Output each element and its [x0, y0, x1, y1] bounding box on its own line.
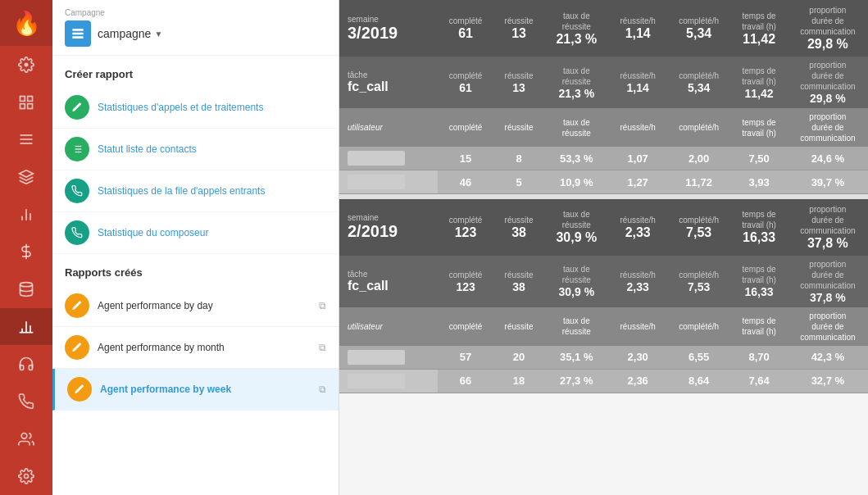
week1-proportion-val: 29,8 %: [796, 37, 860, 52]
report-week-copy-icon: ⧉: [319, 384, 326, 395]
week1-reussite-val: 13: [502, 26, 536, 41]
nav-chart[interactable]: [0, 196, 52, 234]
week2-proportion-header: proportiondurée decommunication 37,8 %: [788, 199, 868, 256]
logo[interactable]: 🔥: [0, 0, 52, 46]
report-table: semaine 3/2019 complété 61 réussite 13 t…: [339, 0, 868, 393]
week1-task-reussiteh: réussite/h 1,14: [609, 57, 667, 108]
week2-user2-name: [339, 369, 438, 393]
week1-reussiteh-header: réussite/h 1,14: [609, 0, 667, 57]
reussiteh-col-header: réussite/h: [617, 16, 659, 26]
week1-user2-reussiteh: 1,27: [609, 170, 667, 194]
week2-reussite-header: réussite 38: [493, 199, 544, 256]
week2-user1-name-block: [348, 350, 405, 365]
week1-user1-completedh: 2,00: [667, 147, 731, 170]
week1-task-label-main: fc_call: [348, 79, 429, 94]
week1-user-completed-header: complété: [438, 108, 493, 147]
statistics-icon: [65, 95, 89, 120]
svg-rect-20: [72, 29, 83, 31]
report-week-label: Agent performance by week: [100, 384, 311, 395]
report-day-label: Agent performance by day: [98, 300, 311, 311]
nav-database[interactable]: [0, 270, 52, 308]
week1-taux-val: 21,3 %: [552, 32, 601, 47]
week1-user-completedh-header: complété/h: [667, 108, 731, 147]
nav-headset[interactable]: [0, 345, 52, 383]
week2-user2-temps: 7,64: [730, 369, 787, 393]
svg-rect-2: [28, 96, 33, 101]
nav-reports[interactable]: [0, 308, 52, 346]
week2-task-label-cell: tâche fc_call: [339, 256, 438, 307]
week1-user1-temps: 7,50: [730, 147, 787, 170]
report-month-label: Agent performance by month: [98, 342, 311, 353]
campaign-select[interactable]: campagne ▼: [65, 20, 326, 47]
report-item-day[interactable]: Agent performance by day ⧉: [52, 285, 339, 327]
week1-user-reussiteh-header: réussite/h: [609, 108, 667, 147]
week2-user1-row: 57 20 35,1 % 2,30 6,55 8,70 42,3 %: [339, 346, 868, 370]
report-week-icon: [67, 377, 92, 402]
week2-completed-header: complété 123: [438, 199, 493, 256]
main-content: semaine 3/2019 complété 61 réussite 13 t…: [339, 0, 868, 495]
campaign-dropdown[interactable]: campagne ▼: [98, 27, 162, 40]
week1-temps-val: 11,42: [738, 32, 779, 47]
week1-user2-completed: 46: [438, 170, 493, 194]
menu-item-queue-stats[interactable]: Statistiques de la file d'appels entrant…: [52, 170, 339, 212]
week2-label-cell: semaine 2/2019: [339, 199, 438, 256]
nav-gear[interactable]: [0, 46, 52, 84]
week2-user2-taux: 27,3 %: [544, 369, 609, 393]
week1-user2-name-block: [348, 175, 405, 189]
queue-stats-icon: [65, 179, 89, 203]
week2-user2-proportion: 32,7 %: [788, 369, 868, 393]
week1-user2-completedh: 11,72: [667, 170, 731, 194]
week1-user-proportion-header: proportiondurée decommunication: [788, 108, 868, 147]
week2-task-row: tâche fc_call complété 123 réussite 38 t…: [339, 256, 868, 307]
week2-task-proportion: proportiondurée decommunication 37,8 %: [788, 256, 868, 307]
week2-temps-header: temps detravail (h) 16,33: [730, 199, 787, 256]
completed-col-header: complété: [446, 16, 485, 26]
week2-user1-completedh: 6,55: [667, 346, 731, 370]
campaign-header: Campagne campagne ▼: [52, 0, 339, 56]
created-reports-title: Rapports créés: [52, 254, 339, 285]
nav-menu[interactable]: [0, 121, 52, 159]
report-item-week[interactable]: Agent performance by week ⧉: [52, 369, 339, 411]
week1-task-completed: complété 61: [438, 57, 493, 108]
taux-col-header: taux deréussite: [552, 11, 601, 32]
report-month-icon: [65, 335, 89, 360]
week1-task-proportion: proportiondurée decommunication 29,8 %: [788, 57, 868, 108]
week1-taux-header: taux deréussite 21,3 %: [544, 0, 609, 57]
week2-task-temps: temps detravail (h) 16,33: [730, 256, 787, 307]
week2-user-header-label: utilisateur: [339, 307, 438, 346]
week1-user1-proportion: 24,6 %: [788, 147, 868, 170]
completedh-col-header: complété/h: [675, 16, 723, 26]
nav-grid[interactable]: [0, 84, 52, 121]
nav-dollar[interactable]: [0, 233, 52, 270]
week2-reussiteh-header: réussite/h 2,33: [609, 199, 667, 256]
week1-user1-reussite: 8: [493, 147, 544, 170]
week1-user2-proportion: 39,7 %: [788, 170, 868, 194]
nav-layers[interactable]: [0, 158, 52, 196]
week1-user1-name: [339, 147, 438, 170]
menu-item-contact-list[interactable]: Statut liste de contacts: [52, 129, 339, 170]
report-item-month[interactable]: Agent performance by month ⧉: [52, 327, 339, 369]
week2-user2-reussite: 18: [493, 369, 544, 393]
svg-rect-3: [20, 103, 25, 108]
menu-item-statistics[interactable]: Statistiques d'appels et de traitements: [52, 87, 339, 129]
reussite-col-header: réussite: [502, 16, 536, 26]
menu-item-composer[interactable]: Statistique du composeur: [52, 212, 339, 254]
week1-user-header-label: utilisateur: [339, 108, 438, 147]
nav-contacts[interactable]: [0, 420, 52, 458]
week1-task-temps: temps detravail (h) 11,42: [730, 57, 787, 108]
week2-user2-name-block: [348, 374, 405, 388]
nav-settings[interactable]: [0, 457, 52, 495]
report-day-icon: [65, 293, 89, 318]
nav-phone[interactable]: [0, 383, 52, 420]
week1-user-temps-header: temps detravail (h): [730, 108, 787, 147]
week1-user1-completed: 15: [438, 147, 493, 170]
svg-point-19: [25, 475, 29, 479]
report-day-copy-icon: ⧉: [319, 300, 326, 311]
week1-task-label-cell: tâche fc_call: [339, 57, 438, 108]
week1-task-reussite: réussite 13: [493, 57, 544, 108]
week1-completedh-val: 5,34: [675, 26, 723, 41]
week1-label-main: 3/2019: [348, 24, 429, 43]
week2-user2-reussiteh: 2,36: [609, 369, 667, 393]
week1-task-taux: taux deréussite 21,3 %: [544, 57, 609, 108]
composer-label: Statistique du composeur: [98, 227, 208, 238]
